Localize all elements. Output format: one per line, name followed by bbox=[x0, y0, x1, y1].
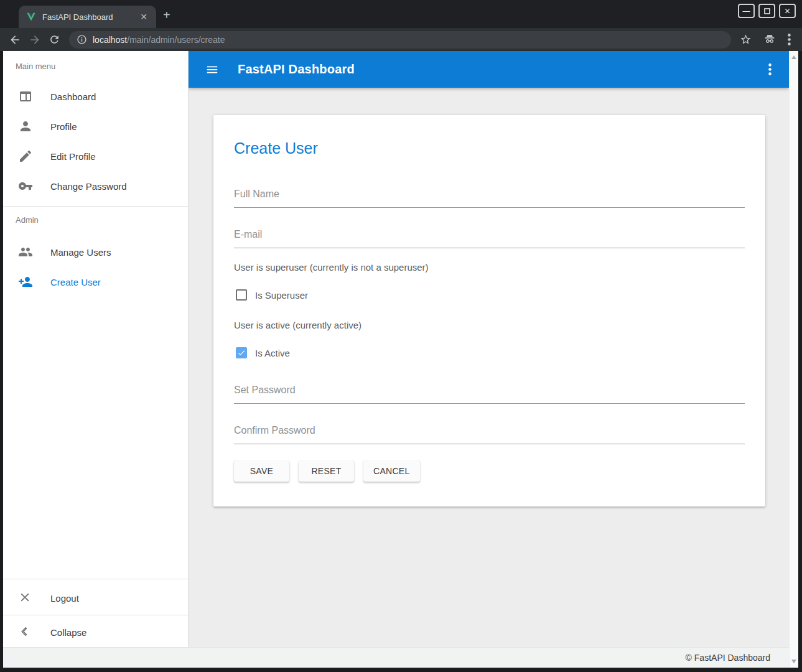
sidebar-item-label: Create User bbox=[50, 277, 101, 287]
is-active-checkbox[interactable] bbox=[236, 347, 247, 358]
sidebar-item-change-password[interactable]: Change Password bbox=[3, 171, 188, 201]
is-active-row: Is Active bbox=[234, 347, 745, 359]
back-icon[interactable] bbox=[9, 34, 21, 46]
sidebar-item-create-user[interactable]: Create User bbox=[3, 267, 188, 297]
full-name-input[interactable] bbox=[234, 189, 745, 208]
copyright-text: © FastAPI Dashboard bbox=[686, 653, 770, 663]
scroll-up-icon[interactable] bbox=[791, 55, 796, 59]
chevron-left-icon bbox=[18, 625, 33, 640]
sidebar-item-label: Profile bbox=[50, 121, 77, 132]
reload-icon[interactable] bbox=[49, 34, 60, 45]
sidebar-item-label: Collapse bbox=[50, 627, 86, 638]
people-icon bbox=[18, 245, 33, 259]
hamburger-menu-icon[interactable] bbox=[205, 63, 219, 77]
is-superuser-row: Is Superuser bbox=[234, 289, 745, 301]
browser-titlebar: FastAPI Dashboard ✕ + — ✕ bbox=[0, 0, 802, 28]
superuser-note: User is superuser (currently is not a su… bbox=[234, 262, 745, 273]
scroll-down-icon[interactable] bbox=[791, 660, 796, 663]
close-icon bbox=[18, 590, 33, 605]
incognito-icon bbox=[763, 34, 776, 46]
main-content: Create User User is superuser (currently… bbox=[189, 88, 789, 647]
sidebar-section-main-menu-label: Main menu bbox=[3, 51, 188, 74]
window-close-button[interactable]: ✕ bbox=[779, 4, 796, 18]
bookmark-star-icon[interactable] bbox=[740, 34, 752, 45]
dashboard-icon bbox=[18, 89, 33, 104]
email-input[interactable] bbox=[234, 229, 745, 248]
confirm-password-input[interactable] bbox=[234, 425, 745, 444]
person-icon bbox=[18, 119, 33, 134]
sidebar-item-profile[interactable]: Profile bbox=[3, 111, 188, 141]
sidebar-item-collapse[interactable]: Collapse bbox=[3, 617, 188, 647]
window-minimize-button[interactable]: — bbox=[738, 4, 755, 18]
browser-tab[interactable]: FastAPI Dashboard ✕ bbox=[19, 6, 156, 28]
cancel-button[interactable]: CANCEL bbox=[363, 460, 420, 482]
email-field-wrap bbox=[234, 229, 745, 248]
key-icon bbox=[18, 179, 33, 194]
form-buttons: SAVE RESET CANCEL bbox=[234, 460, 745, 482]
app-title: FastAPI Dashboard bbox=[238, 62, 355, 77]
save-button[interactable]: SAVE bbox=[234, 460, 289, 482]
tab-close-icon[interactable]: ✕ bbox=[138, 11, 150, 23]
new-tab-button[interactable]: + bbox=[163, 9, 170, 21]
page-info-icon[interactable] bbox=[77, 34, 87, 45]
window-maximize-button[interactable] bbox=[758, 4, 775, 18]
is-superuser-label: Is Superuser bbox=[255, 290, 308, 301]
reset-button[interactable]: RESET bbox=[299, 460, 354, 482]
url-host: localhost bbox=[93, 35, 127, 45]
confirm-password-field-wrap bbox=[234, 425, 745, 444]
url-path: /main/admin/users/create bbox=[127, 35, 225, 45]
sidebar-item-label: Manage Users bbox=[50, 247, 111, 258]
set-password-input[interactable] bbox=[234, 385, 745, 404]
person-add-icon bbox=[18, 274, 33, 289]
forward-icon[interactable] bbox=[29, 34, 41, 46]
app-menu-kebab-icon[interactable] bbox=[768, 63, 772, 75]
app-header: FastAPI Dashboard bbox=[189, 51, 789, 88]
page-footer: © FastAPI Dashboard bbox=[3, 647, 789, 668]
page-title: Create User bbox=[234, 115, 745, 157]
sidebar-item-label: Edit Profile bbox=[50, 151, 96, 162]
sidebar-divider bbox=[3, 615, 188, 615]
sidebar-item-logout[interactable]: Logout bbox=[3, 583, 188, 613]
vue-favicon-icon bbox=[26, 12, 36, 22]
sidebar-section-admin-label: Admin bbox=[3, 207, 188, 230]
browser-toolbar: localhost/main/admin/users/create bbox=[0, 28, 802, 51]
sidebar: Main menu Dashboard Profile Edit Profile bbox=[3, 51, 189, 647]
sidebar-item-label: Change Password bbox=[50, 181, 127, 192]
page-viewport: Main menu Dashboard Profile Edit Profile bbox=[3, 51, 798, 668]
url-bar[interactable]: localhost/main/admin/users/create bbox=[69, 31, 731, 49]
is-superuser-checkbox[interactable] bbox=[236, 289, 247, 301]
pencil-icon bbox=[18, 149, 33, 164]
sidebar-item-manage-users[interactable]: Manage Users bbox=[3, 237, 188, 267]
sidebar-item-edit-profile[interactable]: Edit Profile bbox=[3, 141, 188, 171]
is-active-label: Is Active bbox=[255, 348, 290, 358]
create-user-card: Create User User is superuser (currently… bbox=[213, 115, 765, 506]
sidebar-item-dashboard[interactable]: Dashboard bbox=[3, 82, 188, 111]
sidebar-item-label: Logout bbox=[50, 593, 79, 604]
full-name-field-wrap bbox=[234, 189, 745, 208]
set-password-field-wrap bbox=[234, 385, 745, 404]
browser-menu-kebab-icon[interactable] bbox=[788, 34, 791, 45]
tab-title: FastAPI Dashboard bbox=[42, 12, 138, 22]
sidebar-item-label: Dashboard bbox=[50, 91, 96, 102]
vertical-scrollbar[interactable] bbox=[789, 51, 798, 668]
active-note: User is active (currently active) bbox=[234, 320, 745, 330]
